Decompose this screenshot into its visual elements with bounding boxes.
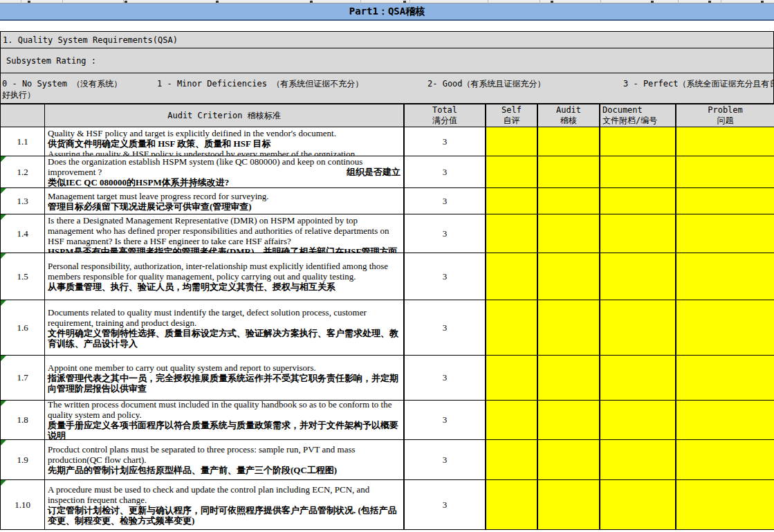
self-score-cell[interactable]: [486, 127, 538, 156]
section-header-text: 1. Quality System Requirements(QSA): [3, 35, 178, 45]
table-row: 1.2 Does the organization establish HSPM…: [0, 156, 774, 188]
audit-score-cell[interactable]: [538, 300, 600, 355]
criterion-cell: The written process document must includ…: [45, 401, 405, 439]
problem-cell[interactable]: [676, 440, 774, 479]
error-flag-icon: [1, 156, 6, 162]
total-score-cell: 3: [405, 188, 486, 214]
rating-1-label: 1 - Minor Deficiencies （有系统但证据不充分）: [157, 78, 363, 90]
table-row: 1.7 Appoint one member to carry out qual…: [0, 356, 774, 401]
column-letter-fragment: [761, 1, 764, 3]
part-title-bar: Part1：QSA稽核: [0, 3, 774, 21]
table-header-row: Audit Criterion 稽核标准 Total 满分值 Self 自评 A…: [0, 104, 774, 127]
self-score-cell[interactable]: [486, 214, 538, 253]
audit-score-cell[interactable]: [538, 127, 600, 156]
self-score-cell[interactable]: [486, 480, 538, 529]
error-flag-icon: [1, 188, 6, 194]
header-total: Total 满分值: [405, 104, 486, 127]
row-number-cell: 1.4: [0, 214, 45, 253]
problem-cell[interactable]: [676, 300, 774, 355]
error-flag-icon: [1, 253, 6, 259]
document-cell[interactable]: [600, 127, 676, 156]
row-number-cell: 1.8: [0, 401, 45, 439]
audit-score-cell[interactable]: [538, 214, 600, 253]
spacer: [0, 21, 774, 31]
criterion-cell: A procedure must be used to check and up…: [45, 480, 405, 529]
criterion-cell: Documents related to quality must indent…: [45, 300, 405, 355]
problem-cell[interactable]: [676, 401, 774, 439]
rating-3-label: 3 - Perfect（系统全面证据充分且有良: [623, 78, 774, 90]
column-letter-fragment: [28, 1, 30, 3]
audit-score-cell[interactable]: [538, 440, 600, 479]
table-row: 1.4 Is there a Designated Management Rep…: [0, 214, 774, 253]
column-letter-fragment: [551, 1, 553, 3]
part-title: Part1：QSA稽核: [349, 6, 425, 18]
criterion-cell: Does the organization establish HSPM sys…: [45, 156, 405, 187]
self-score-cell[interactable]: [486, 253, 538, 300]
table-row: 1.5 Personal responsibility, authorizati…: [0, 253, 774, 300]
rating-scale-band: 0 - No System （没有系统） 1 - Minor Deficienc…: [0, 73, 774, 104]
document-cell[interactable]: [600, 401, 676, 439]
problem-cell[interactable]: [676, 127, 774, 156]
row-number-cell: 1.7: [0, 356, 45, 400]
document-cell[interactable]: [600, 440, 676, 479]
document-cell[interactable]: [600, 480, 676, 529]
column-letter-fragment: [708, 1, 711, 3]
row-number-cell: 1.1: [0, 127, 45, 156]
total-score-cell: 3: [405, 440, 486, 479]
error-flag-icon: [1, 214, 6, 220]
audit-table: Audit Criterion 稽核标准 Total 满分值 Self 自评 A…: [0, 104, 774, 530]
document-cell[interactable]: [600, 300, 676, 355]
self-score-cell[interactable]: [486, 401, 538, 439]
criterion-cell: Appoint one member to carry out quality …: [45, 356, 405, 400]
self-score-cell[interactable]: [486, 300, 538, 355]
audit-score-cell[interactable]: [538, 356, 600, 400]
document-cell[interactable]: [600, 214, 676, 253]
self-score-cell[interactable]: [486, 356, 538, 400]
section-header-band: 1. Quality System Requirements(QSA): [0, 31, 774, 48]
criterion-cell: Quality & HSF policy and target is expli…: [45, 127, 405, 156]
audit-score-cell[interactable]: [538, 253, 600, 300]
self-score-cell[interactable]: [486, 440, 538, 479]
document-cell[interactable]: [600, 356, 676, 400]
row-number-cell: 1.5: [0, 253, 45, 300]
column-letter-fragment: [216, 1, 219, 3]
total-score-cell: 3: [405, 300, 486, 355]
audit-score-cell[interactable]: [538, 188, 600, 214]
problem-cell[interactable]: [676, 480, 774, 529]
table-row: 1.9 Procduct control plans must be separ…: [0, 440, 774, 480]
problem-cell[interactable]: [676, 188, 774, 214]
total-score-cell: 3: [405, 253, 486, 300]
audit-score-cell[interactable]: [538, 480, 600, 529]
table-row: 1.3 Management target must leave progres…: [0, 188, 774, 214]
header-problem: Problem 问题: [676, 104, 774, 127]
subsystem-rating-band: Subsystem Rating :: [0, 48, 774, 73]
spreadsheet-view: Part1：QSA稽核 1. Quality System Requiremen…: [0, 0, 774, 532]
header-row-number: [0, 104, 45, 127]
spreadsheet-column-headers: [0, 0, 774, 3]
problem-cell[interactable]: [676, 214, 774, 253]
document-cell[interactable]: [600, 188, 676, 214]
error-flag-icon: [1, 440, 6, 446]
header-document: Document 文件附档/编号: [600, 104, 676, 127]
total-score-cell: 3: [405, 356, 486, 400]
problem-cell[interactable]: [676, 356, 774, 400]
total-score-cell: 3: [405, 156, 486, 187]
table-row: 1.6 Documents related to quality must in…: [0, 300, 774, 356]
column-letter-fragment: [125, 1, 127, 3]
document-cell[interactable]: [600, 253, 676, 300]
document-cell[interactable]: [600, 156, 676, 187]
self-score-cell[interactable]: [486, 188, 538, 214]
rating-3-label-wrap: 好执行）: [2, 89, 35, 101]
problem-cell[interactable]: [676, 156, 774, 187]
criterion-cell: Management target must leave progress re…: [45, 188, 405, 214]
row-number-cell: 1.10: [0, 480, 45, 529]
total-score-cell: 3: [405, 401, 486, 439]
problem-cell[interactable]: [676, 253, 774, 300]
audit-score-cell[interactable]: [538, 401, 600, 439]
header-self: Self 自评: [486, 104, 538, 127]
error-flag-icon: [1, 480, 6, 486]
column-letter-fragment: [403, 1, 406, 3]
self-score-cell[interactable]: [486, 156, 538, 187]
table-row: 1.1 Quality & HSF policy and target is e…: [0, 127, 774, 156]
audit-score-cell[interactable]: [538, 156, 600, 187]
